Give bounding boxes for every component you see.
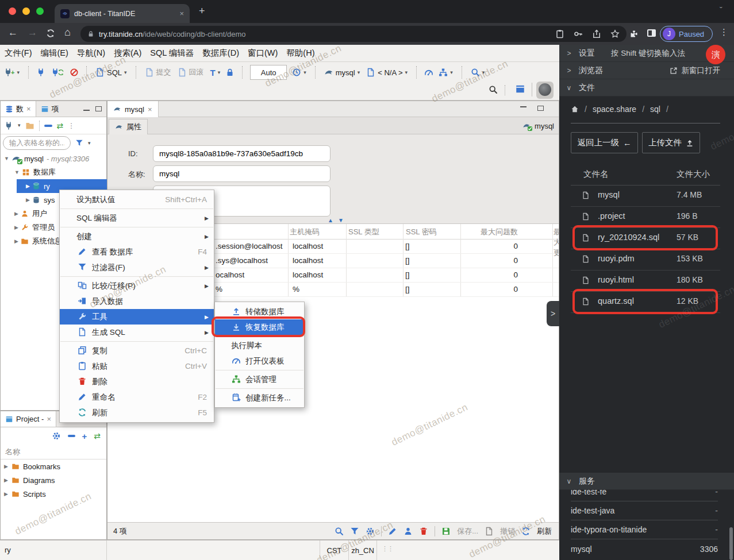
ime-badge[interactable]: 演 xyxy=(706,45,725,64)
filter-funnel-icon[interactable] xyxy=(75,139,83,147)
more-options-kebab-icon[interactable]: ⋮ xyxy=(68,122,74,130)
menu-item-filter[interactable]: 过滤器(F) ▶ xyxy=(60,260,214,275)
clipboard-icon[interactable] xyxy=(555,29,564,38)
service-row-ide-test-fe[interactable]: ide-test-fe - xyxy=(571,490,718,501)
database-select[interactable]: mysql ▾ xyxy=(323,65,361,79)
home-button[interactable]: ⌂ xyxy=(64,26,71,38)
history-button[interactable]: ▾ xyxy=(291,65,308,79)
extensions-puzzle-icon[interactable] xyxy=(629,29,639,38)
profile-button[interactable]: J Paused xyxy=(660,26,713,42)
network-button[interactable]: ▾ xyxy=(437,65,454,79)
sql-editor-button[interactable]: SQL ▾ xyxy=(94,65,128,79)
menu-item-create[interactable]: 创建 ▶ xyxy=(60,229,214,244)
collapse-all-icon[interactable] xyxy=(44,125,52,127)
new-connection-icon[interactable] xyxy=(4,121,13,130)
browser-menu-kebab-icon[interactable]: ⋮ xyxy=(720,27,728,37)
minimize-panel-icon[interactable] xyxy=(83,110,90,111)
home-icon[interactable] xyxy=(571,105,579,113)
menu-item-view-database[interactable]: 查看 数据库 F4 xyxy=(60,244,214,260)
share-icon[interactable] xyxy=(592,29,601,38)
tab-database-navigator[interactable]: 数 × xyxy=(1,101,36,117)
submenu-item-open-dashboard[interactable]: 打开仪表板 xyxy=(215,353,304,369)
collapse-form-icon[interactable]: ▼ xyxy=(338,217,344,223)
tree-node-scripts[interactable]: ▶ Scripts xyxy=(1,487,106,501)
revert-doc-icon[interactable] xyxy=(485,527,494,536)
subtab-properties[interactable]: 属性 xyxy=(109,119,148,134)
bookmark-star-icon[interactable] xyxy=(610,29,620,38)
maximize-editor-icon[interactable] xyxy=(537,106,544,111)
close-icon[interactable]: × xyxy=(148,105,152,114)
rollback-button[interactable]: 回滚 xyxy=(176,65,205,79)
menu-database[interactable]: 数据库(D) xyxy=(202,48,239,59)
file-row-ry-sql[interactable]: ry_20210924.sql 57 KB xyxy=(559,227,734,249)
tab-close-icon[interactable]: × xyxy=(179,9,184,18)
menu-item-generate-sql[interactable]: 生成 SQL ▶ xyxy=(60,325,214,340)
reload-button[interactable] xyxy=(46,29,55,38)
lock-toolbar-icon[interactable] xyxy=(225,68,235,77)
grid-search-icon[interactable] xyxy=(335,527,344,536)
file-row-ruoyi-pdm[interactable]: ruoyi.pdm 153 KB xyxy=(559,249,734,270)
close-icon[interactable]: × xyxy=(47,415,51,423)
back-button[interactable]: ← xyxy=(8,27,18,38)
menu-item-import-data[interactable]: 导入数据 xyxy=(60,293,214,309)
file-row-project[interactable]: .project 196 B xyxy=(559,206,734,227)
status-locale[interactable]: zh_CN xyxy=(348,540,377,560)
expand-form-icon[interactable]: ▲ xyxy=(328,217,333,223)
reconnect-button[interactable] xyxy=(49,65,66,79)
browser-tab[interactable]: ‹t› db-client - TitanIDE × xyxy=(55,4,190,23)
edit-pencil-icon[interactable] xyxy=(388,527,397,536)
schema-select[interactable]: < N/A > ▾ xyxy=(365,65,409,79)
traffic-light-minimize[interactable] xyxy=(22,7,30,15)
submenu-item-execute-script[interactable]: 执行脚本 xyxy=(215,338,304,353)
save-button[interactable]: 保存... xyxy=(457,526,478,536)
menu-item-delete[interactable]: 删除 xyxy=(60,374,214,389)
transaction-mode-button[interactable]: T ▾ xyxy=(209,65,222,79)
menu-item-paste[interactable]: 粘贴 Ctrl+V xyxy=(60,358,214,374)
search-toolbar-button[interactable]: ▾ xyxy=(470,65,486,79)
menu-sql-editor[interactable]: SQL 编辑器 xyxy=(150,48,194,59)
menu-item-compare-migrate[interactable]: 比较/迁移(P) ▶ xyxy=(60,278,214,293)
close-icon[interactable]: × xyxy=(26,105,31,113)
undo-button[interactable]: 撤销 xyxy=(500,526,515,536)
submenu-item-session-manager[interactable]: 会话管理 xyxy=(215,372,304,387)
menu-search[interactable]: 搜索(A) xyxy=(114,48,141,59)
gear-icon[interactable] xyxy=(52,431,61,441)
menu-item-refresh[interactable]: 刷新 F5 xyxy=(60,405,214,420)
tree-node-connection[interactable]: ▼ mysql - mysql:3306 xyxy=(1,152,106,165)
tab-project[interactable]: Project - × xyxy=(1,411,56,427)
user-avatar[interactable] xyxy=(536,82,554,99)
connect-plug-icon[interactable] xyxy=(36,68,45,77)
dashboard-gauge-icon[interactable] xyxy=(424,68,433,77)
upload-file-button[interactable]: 上传文件 xyxy=(642,132,700,153)
new-connection-button[interactable]: + ▾ xyxy=(2,65,21,79)
sidebar-section-files[interactable]: ∨ 文件 xyxy=(559,79,734,96)
tree-node-diagrams[interactable]: ▶ Diagrams xyxy=(1,473,106,487)
tab-strip-chevron-icon[interactable]: ˇ xyxy=(720,6,723,15)
menu-file[interactable]: 文件(F) xyxy=(5,48,32,59)
add-user-icon[interactable] xyxy=(403,527,413,536)
sidebar-scrollbar[interactable] xyxy=(729,527,733,560)
menu-window[interactable]: 窗口(W) xyxy=(248,48,278,59)
maximize-panel-icon[interactable] xyxy=(95,106,102,111)
grid-filter-icon[interactable] xyxy=(350,527,359,536)
menu-item-sql-editor[interactable]: SQL 编辑器 ▶ xyxy=(60,210,214,226)
refresh-icon[interactable] xyxy=(521,527,531,536)
perspective-icon[interactable] xyxy=(515,84,525,94)
submenu-item-dump-database[interactable]: 转储数据库 xyxy=(215,304,304,319)
menu-navigate[interactable]: 导航(N) xyxy=(77,48,105,59)
expand-all-icon[interactable]: + xyxy=(82,431,87,441)
quick-search-icon[interactable] xyxy=(489,85,498,94)
menu-item-tools[interactable]: 工具 ▶ xyxy=(60,309,214,325)
breadcrumb-space-share[interactable]: space.share xyxy=(593,105,636,114)
omnibox[interactable]: try.titanide.cn /ide/web/coding/db-clien… xyxy=(80,26,627,42)
minimize-editor-icon[interactable] xyxy=(520,106,527,107)
editor-tab-mysql[interactable]: mysql × xyxy=(107,101,159,117)
file-row-quartz-sql[interactable]: quartz.sql 12 KB xyxy=(559,291,734,312)
sidebar-expand-handle[interactable]: > xyxy=(547,301,559,326)
menu-help[interactable]: 帮助(H) xyxy=(286,48,314,59)
link-editor-icon[interactable]: ⇄ xyxy=(57,121,64,130)
refresh-button[interactable]: 刷新 xyxy=(537,526,552,536)
expander-icon[interactable]: ▼ xyxy=(4,156,9,161)
new-tab-button[interactable]: + xyxy=(199,5,205,17)
tree-node-bookmarks[interactable]: ▶ Bookmarks xyxy=(1,459,106,473)
